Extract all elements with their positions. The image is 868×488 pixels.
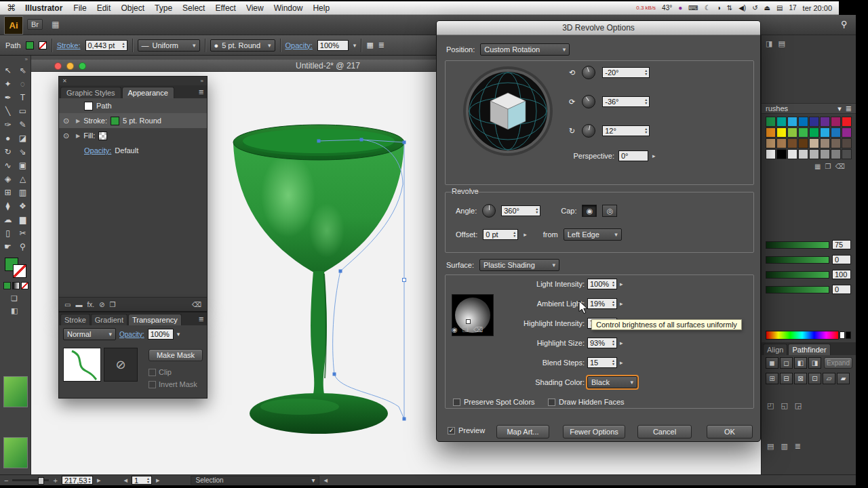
- display-contrast-icon[interactable]: ◑: [717, 4, 721, 12]
- keyboard-icon[interactable]: ⌨: [688, 4, 698, 12]
- rotate-x-dial[interactable]: [582, 66, 595, 79]
- slider-value-field[interactable]: 0: [832, 255, 851, 264]
- minimize-window-button[interactable]: [66, 62, 74, 70]
- angle-dial[interactable]: [482, 204, 496, 218]
- calendar-date-status[interactable]: 17: [789, 4, 796, 12]
- visibility-eye-icon[interactable]: ⊙: [63, 131, 73, 140]
- rotate-z-stepper[interactable]: ▴▾: [645, 127, 647, 134]
- blend-steps-field[interactable]: 15 ▴▾: [587, 357, 617, 368]
- stroke-panel-link[interactable]: Stroke:: [57, 41, 81, 49]
- swatch[interactable]: [776, 117, 787, 127]
- white-cell[interactable]: [840, 331, 845, 339]
- hand-tool[interactable]: ☛: [1, 240, 16, 253]
- opacity-popup-icon[interactable]: ▾: [177, 331, 180, 338]
- stroke-color-swatch[interactable]: [111, 117, 119, 125]
- highlight-size-field[interactable]: 93% ▴▾: [587, 338, 617, 348]
- swatch[interactable]: [787, 138, 797, 148]
- swatch[interactable]: [776, 138, 787, 148]
- new-light-icon[interactable]: ◉: [452, 326, 458, 333]
- opacity-field[interactable]: 100%: [317, 40, 349, 51]
- delete-swatch-icon[interactable]: ⌫: [835, 163, 844, 170]
- invert-mask-checkbox[interactable]: [149, 381, 156, 388]
- artboard-tool[interactable]: ▯: [1, 226, 16, 240]
- paintbrush-tool[interactable]: ✑: [1, 118, 16, 131]
- expand-row-icon[interactable]: ▶: [76, 133, 80, 139]
- zoom-in-icon[interactable]: +: [53, 476, 57, 485]
- swatch-libraries-icon[interactable]: ▦: [814, 163, 821, 170]
- preserve-spot-checkbox[interactable]: [453, 399, 460, 406]
- ok-button[interactable]: OK: [707, 425, 753, 439]
- swatch[interactable]: [820, 149, 830, 159]
- visibility-eye-icon[interactable]: ⊙: [63, 117, 73, 125]
- app-menu-title[interactable]: Illustrator: [25, 3, 62, 13]
- volume-icon[interactable]: ◀): [738, 4, 746, 12]
- swatch[interactable]: [787, 149, 797, 159]
- stepper[interactable]: ▴▾: [612, 281, 614, 287]
- opacity-dropdown-icon[interactable]: ▾: [353, 42, 357, 49]
- panel-menu-icon[interactable]: ≣: [199, 88, 204, 96]
- blend-steps-popup[interactable]: ▸: [620, 359, 623, 366]
- offset-field[interactable]: 0 pt ▴▾: [483, 229, 518, 240]
- stepper[interactable]: ▴▾: [612, 300, 614, 307]
- brushes-panel-header[interactable]: rushes ▾ ≣: [762, 103, 856, 114]
- angle-field[interactable]: 360° ▴▾: [501, 205, 540, 216]
- swatch[interactable]: [776, 149, 787, 159]
- menu-item[interactable]: Type: [155, 3, 172, 13]
- brushes-panel-icon[interactable]: ◱: [781, 401, 787, 410]
- dock-icon-rows[interactable]: ▤: [778, 39, 785, 48]
- collapse-panel-icon[interactable]: »: [25, 56, 28, 62]
- expand-row-icon[interactable]: ▶: [76, 118, 80, 124]
- rectangle-tool[interactable]: ▭: [16, 104, 31, 118]
- ambient-light-popup[interactable]: ▸: [620, 300, 623, 307]
- menu-item[interactable]: Help: [313, 3, 330, 13]
- appearance-row-stroke[interactable]: ⊙ ▶ Stroke: 5 pt. Round: [59, 113, 207, 128]
- weather-temp-status[interactable]: 43°: [662, 4, 672, 12]
- cap-off-button[interactable]: ◎: [602, 205, 617, 217]
- mesh-tool[interactable]: ⊞: [1, 186, 16, 199]
- line-segment-tool[interactable]: ╲: [1, 104, 16, 118]
- menu-item[interactable]: Edit: [97, 3, 111, 13]
- zoom-tool[interactable]: ⚲: [16, 240, 31, 253]
- zoom-slider[interactable]: [12, 479, 49, 481]
- swatch[interactable]: [842, 149, 852, 159]
- swatch[interactable]: [842, 138, 852, 148]
- tab-stroke[interactable]: Stroke: [60, 314, 90, 325]
- divide-icon[interactable]: ⊞: [766, 373, 778, 384]
- draw-hidden-checkbox[interactable]: [548, 399, 555, 406]
- artboard-number-field[interactable]: 1 ▴▾: [132, 476, 152, 485]
- cap-on-button[interactable]: ◉: [582, 205, 597, 217]
- shape-builder-tool[interactable]: ◈: [1, 172, 16, 186]
- network-speed-status[interactable]: 0.3 kB/s: [636, 5, 656, 11]
- slider-value-field[interactable]: 0: [832, 285, 851, 294]
- status-menu-icon[interactable]: ▾: [311, 476, 315, 484]
- swatch[interactable]: [798, 149, 808, 159]
- swatch[interactable]: [766, 138, 776, 148]
- swatch[interactable]: [831, 138, 841, 148]
- panel-menu-icon[interactable]: ≣: [199, 315, 204, 323]
- gradient-mode-button[interactable]: [12, 282, 20, 289]
- transparency-opacity-field[interactable]: 100%: [148, 329, 174, 340]
- input-source-icon[interactable]: ▤: [776, 4, 783, 12]
- appearance-row-opacity[interactable]: Opacity: Default: [59, 143, 207, 158]
- appearance-row-path[interactable]: Path: [59, 98, 207, 113]
- panel-menu-icon[interactable]: ≣: [846, 104, 852, 113]
- width-tool[interactable]: ∿: [1, 159, 16, 172]
- none-mode-button[interactable]: [21, 282, 28, 289]
- artboard-stepper[interactable]: ▴▾: [147, 477, 149, 484]
- add-effect-icon[interactable]: fx.: [87, 301, 94, 308]
- perspective-field[interactable]: 0°: [618, 150, 648, 161]
- collapse-panel-icon[interactable]: »: [201, 78, 203, 84]
- make-mask-button[interactable]: Make Mask: [149, 349, 203, 361]
- stroke-weight-stepper[interactable]: ▴▾: [122, 42, 124, 49]
- slider-value-field[interactable]: 75: [832, 240, 851, 249]
- rotate-y-field[interactable]: -36° ▴▾: [602, 96, 650, 107]
- artboards-panel-icon[interactable]: ▥: [781, 442, 787, 451]
- artboard-prev-icon[interactable]: ◂: [123, 476, 127, 485]
- menu-item[interactable]: File: [73, 3, 86, 13]
- dock-menu-icon[interactable]: ≣: [795, 442, 801, 451]
- menu-clock[interactable]: ter 20:00: [803, 4, 832, 12]
- direct-selection-tool[interactable]: ⇖: [16, 64, 31, 77]
- screen-mode-icon[interactable]: ◧: [11, 306, 18, 315]
- opacity-link[interactable]: Opacity:: [84, 146, 111, 155]
- illustrator-app-icon[interactable]: Ai: [4, 16, 23, 35]
